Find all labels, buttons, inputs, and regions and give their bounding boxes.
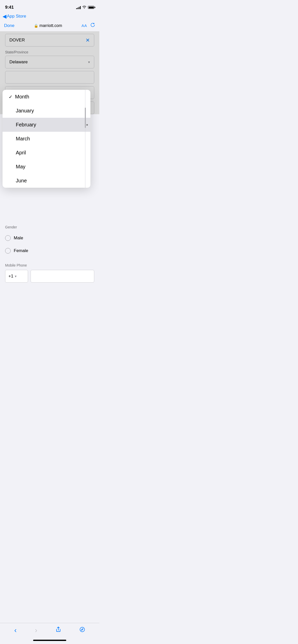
- scroll-divider: [85, 90, 85, 188]
- aa-button[interactable]: AA: [82, 23, 87, 28]
- reload-button[interactable]: [90, 22, 95, 29]
- phone-number-input[interactable]: [31, 270, 94, 283]
- url-text: marriott.com: [39, 23, 62, 28]
- gender-label: Gender: [5, 225, 94, 229]
- scroll-indicator: [86, 124, 88, 126]
- dropdown-item-label: March: [16, 136, 30, 142]
- dropdown-item-label: January: [16, 108, 34, 114]
- phone-label: Mobile Phone: [5, 263, 94, 267]
- dropdown-item-may[interactable]: May: [3, 160, 90, 174]
- battery-icon: [88, 6, 94, 9]
- female-label: Female: [14, 248, 28, 253]
- wifi-icon: [82, 6, 86, 9]
- dropdown-item-month[interactable]: ✓ Month: [3, 90, 90, 104]
- dropdown-item-label: April: [16, 150, 26, 156]
- dropdown-item-february[interactable]: February: [3, 118, 90, 132]
- female-radio[interactable]: [5, 248, 11, 254]
- check-icon: ✓: [9, 94, 12, 100]
- country-code-select[interactable]: +1 ▾: [5, 270, 28, 283]
- status-time: 9:41: [5, 5, 14, 10]
- status-bar: 9:41: [0, 0, 99, 13]
- phone-section: Mobile Phone +1 ▾: [0, 257, 99, 283]
- url-bar[interactable]: 🔒 marriott.com: [34, 23, 62, 28]
- gender-male-option[interactable]: Male: [5, 232, 94, 244]
- dropdown-item-label: Month: [15, 94, 29, 100]
- scroll-thumb: [85, 108, 86, 128]
- dropdown-item-label: May: [16, 164, 25, 170]
- phone-row: +1 ▾: [5, 270, 94, 283]
- dropdown-item-label: June: [16, 178, 27, 184]
- back-navigation[interactable]: ◀ App Store: [0, 13, 99, 21]
- browser-actions: AA: [82, 22, 95, 29]
- dropdown-item-march[interactable]: March: [3, 132, 90, 146]
- lock-icon: 🔒: [34, 24, 38, 28]
- back-arrow-icon: ◀: [3, 13, 6, 19]
- dropdown-item-april[interactable]: April: [3, 146, 90, 160]
- male-label: Male: [14, 236, 23, 241]
- browser-bar: Done 🔒 marriott.com AA: [0, 21, 99, 31]
- back-label: App Store: [7, 14, 26, 19]
- status-icons: [76, 6, 94, 9]
- dropdown-item-january[interactable]: January: [3, 104, 90, 118]
- dropdown-item-june[interactable]: June: [3, 174, 90, 188]
- dropdown-item-label: February: [16, 122, 36, 128]
- done-button[interactable]: Done: [4, 23, 15, 28]
- male-radio[interactable]: [5, 235, 11, 241]
- country-code-value: +1: [8, 274, 13, 279]
- gender-section: Gender Male Female: [0, 221, 99, 257]
- month-dropdown[interactable]: ✓ Month January February March April May…: [3, 90, 90, 188]
- country-code-chevron-icon: ▾: [15, 274, 17, 278]
- gender-female-option[interactable]: Female: [5, 244, 94, 257]
- signal-icon: [76, 6, 81, 9]
